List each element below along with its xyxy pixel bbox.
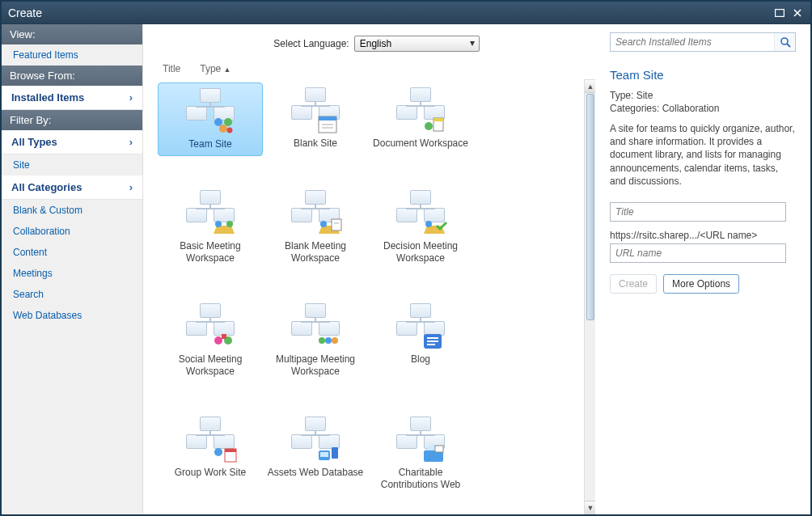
svg-rect-41 — [435, 446, 443, 452]
svg-rect-25 — [222, 334, 226, 339]
tile-label: Social Meeting Workspace — [159, 353, 261, 378]
column-headers: Title Type ▲ — [158, 63, 595, 79]
site-template-icon — [391, 87, 450, 133]
more-options-button[interactable]: More Options — [663, 274, 739, 294]
tile-team-site[interactable]: Team Site — [158, 82, 263, 156]
tile-basic-meeting-workspace[interactable]: Basic Meeting Workspace — [158, 185, 263, 269]
svg-rect-0 — [776, 9, 785, 16]
detail-categories: Categories: Collaboration — [610, 103, 796, 114]
url-hint: https://rsitc.sharep.../<URL name> — [610, 230, 796, 241]
sidebar-all-categories[interactable]: All Categories › — [2, 176, 142, 200]
col-type[interactable]: Type ▲ — [200, 63, 230, 74]
site-template-icon — [391, 303, 450, 349]
svg-point-4 — [224, 118, 232, 126]
svg-point-28 — [332, 337, 338, 344]
tile-label: Charitable Contributions Web — [370, 467, 472, 491]
svg-point-26 — [319, 337, 325, 344]
title-field[interactable] — [610, 202, 786, 222]
scroll-down-icon[interactable]: ▼ — [585, 501, 595, 514]
sidebar-installed-items[interactable]: Installed Items › — [2, 86, 142, 110]
sidebar-all-categories-label: All Categories — [11, 181, 82, 193]
search-input[interactable] — [611, 33, 774, 51]
tile-decision-meeting-workspace[interactable]: Decision Meeting Workspace — [368, 185, 473, 269]
sidebar: View: Featured Items Browse From: Instal… — [2, 24, 143, 514]
scroll-thumb[interactable] — [586, 94, 594, 320]
language-select[interactable]: English — [354, 36, 480, 52]
scroll-up-icon[interactable]: ▲ — [585, 80, 595, 93]
detail-type: Type: Site — [610, 90, 796, 101]
sidebar-item-blank-custom[interactable]: Blank & Custom — [2, 200, 142, 221]
tile-label: Group Work Site — [175, 467, 246, 479]
tile-document-workspace[interactable]: Document Workspace — [368, 82, 473, 156]
svg-point-5 — [219, 125, 227, 133]
svg-point-11 — [425, 122, 433, 130]
chevron-right-icon: › — [129, 136, 133, 148]
sidebar-item-featured[interactable]: Featured Items — [2, 44, 142, 66]
site-template-icon — [286, 190, 345, 235]
window-title: Create — [8, 6, 768, 19]
svg-point-16 — [226, 221, 233, 227]
svg-rect-38 — [332, 447, 338, 459]
svg-marker-14 — [214, 226, 235, 234]
language-label: Select Language: — [273, 38, 349, 49]
sort-asc-icon: ▲ — [224, 66, 231, 74]
titlebar: Create — [2, 2, 810, 24]
site-template-icon — [181, 88, 239, 133]
site-template-icon — [391, 190, 450, 235]
template-grid: Team SiteBlank SiteDocument WorkspaceBas… — [158, 79, 595, 499]
tile-blank-site[interactable]: Blank Site — [263, 82, 368, 156]
tile-multipage-meeting-workspace[interactable]: Multipage Meeting Workspace — [263, 298, 368, 383]
svg-point-27 — [325, 337, 332, 344]
svg-rect-30 — [427, 337, 438, 339]
tile-label: Multipage Meeting Workspace — [264, 353, 366, 378]
site-template-icon — [286, 87, 345, 133]
svg-point-42 — [781, 38, 788, 44]
tile-social-meeting-workspace[interactable]: Social Meeting Workspace — [158, 298, 263, 383]
svg-point-23 — [214, 336, 222, 345]
maximize-icon[interactable] — [773, 7, 786, 19]
tile-charitable-contributions-web[interactable]: Charitable Contributions Web — [368, 412, 473, 496]
svg-point-6 — [227, 128, 233, 133]
svg-rect-32 — [427, 344, 435, 345]
sidebar-item-web-databases[interactable]: Web Databases — [2, 305, 142, 326]
svg-point-22 — [425, 221, 432, 227]
col-title[interactable]: Title — [163, 63, 180, 74]
search-box — [610, 32, 796, 52]
details-pane: Team Site Type: Site Categories: Collabo… — [600, 24, 810, 514]
sidebar-item-search[interactable]: Search — [2, 284, 142, 305]
site-template-icon — [181, 190, 239, 235]
sidebar-view-header: View: — [2, 24, 142, 44]
svg-rect-13 — [433, 118, 443, 121]
tile-label: Team Site — [188, 138, 231, 150]
svg-rect-35 — [225, 449, 236, 452]
search-button[interactable] — [774, 33, 795, 51]
detail-title: Team Site — [610, 68, 796, 82]
site-template-icon — [181, 303, 239, 349]
create-button[interactable]: Create — [610, 274, 657, 294]
site-template-icon — [391, 417, 450, 462]
tile-label: Blog — [411, 353, 430, 366]
sidebar-item-site[interactable]: Site — [2, 154, 142, 176]
site-template-icon — [286, 303, 345, 349]
url-field[interactable] — [610, 243, 786, 263]
svg-rect-37 — [320, 452, 328, 457]
sidebar-item-content[interactable]: Content — [2, 242, 142, 263]
tile-assets-web-database[interactable]: Assets Web Database — [263, 412, 368, 496]
tile-label: Basic Meeting Workspace — [159, 240, 261, 264]
svg-rect-31 — [427, 340, 438, 342]
tile-blank-meeting-workspace[interactable]: Blank Meeting Workspace — [263, 185, 368, 269]
svg-rect-19 — [332, 219, 341, 231]
sidebar-item-meetings[interactable]: Meetings — [2, 263, 142, 284]
close-icon[interactable] — [791, 7, 804, 19]
tile-blog[interactable]: Blog — [368, 298, 473, 383]
sidebar-all-types[interactable]: All Types › — [2, 130, 142, 154]
tile-group-work-site[interactable]: Group Work Site — [158, 412, 263, 496]
sidebar-browse-header: Browse From: — [2, 66, 142, 86]
scrollbar[interactable]: ▲ ▼ — [584, 79, 595, 514]
sidebar-item-collaboration[interactable]: Collaboration — [2, 221, 142, 242]
svg-rect-8 — [319, 116, 336, 121]
tile-label: Blank Meeting Workspace — [264, 240, 366, 264]
tile-label: Document Workspace — [373, 137, 468, 150]
sidebar-all-types-label: All Types — [11, 136, 57, 148]
main-panel: Select Language: English Title Type ▲ Te… — [143, 24, 600, 514]
